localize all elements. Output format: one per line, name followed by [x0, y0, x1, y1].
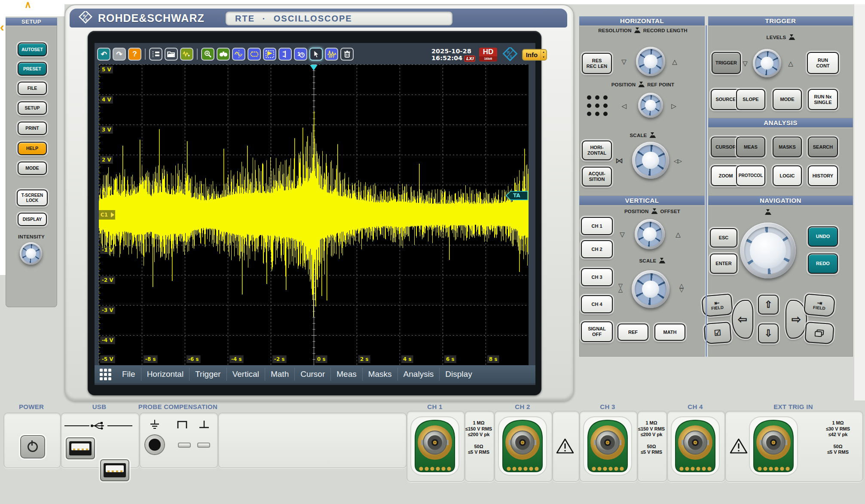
undo-button[interactable]: UNDO — [808, 226, 838, 247]
menu-item-trigger[interactable]: Trigger — [189, 368, 226, 381]
info-spinner[interactable]: ▲ ▼ — [541, 50, 546, 60]
history-button[interactable]: HISTORY — [808, 165, 838, 186]
horizontal-scale-knob[interactable] — [632, 142, 669, 179]
select-mode-icon[interactable] — [309, 48, 323, 61]
print-button[interactable]: PRINT — [18, 122, 47, 135]
fft-icon[interactable]: FFT — [325, 48, 338, 61]
search-button[interactable]: SEARCH — [808, 137, 838, 157]
protocol-button[interactable]: PROTOCOL — [736, 165, 765, 186]
masks-button[interactable]: MASKS — [773, 137, 802, 157]
ch4-button[interactable]: CH 4 — [581, 295, 613, 313]
info-button[interactable]: Info ▲ ▼ — [522, 49, 547, 61]
menu-item-analysis[interactable]: Analysis — [397, 368, 440, 381]
measure-icon[interactable] — [278, 48, 292, 61]
display-button[interactable]: DISPLAY — [18, 213, 47, 226]
masks-icon[interactable] — [248, 48, 261, 61]
fft-label: FFT — [329, 55, 334, 58]
menu-item-horizontal[interactable]: Horizontal — [141, 368, 190, 381]
math-button[interactable]: MATH — [654, 324, 685, 341]
menu-item-math[interactable]: Math — [265, 368, 294, 381]
redo-button[interactable]: REDO — [808, 254, 838, 274]
quick-meas-icon[interactable]: 1 — [294, 48, 307, 61]
menu-item-cursor[interactable]: Cursor — [294, 368, 330, 381]
esc-button[interactable]: ESC — [710, 228, 737, 247]
position-up-icon: △ — [674, 230, 682, 238]
trigger-mode-button[interactable]: MODE — [773, 89, 802, 110]
ch1-button[interactable]: CH 1 — [581, 217, 613, 235]
undo-icon[interactable]: ↶ — [97, 48, 110, 61]
spinner-up-icon[interactable]: ▲ — [542, 51, 545, 53]
usb-port-1 — [66, 437, 95, 459]
trigger-level-knob[interactable] — [753, 49, 781, 77]
redo-icon[interactable]: ↷ — [113, 48, 126, 61]
levels-label: LEVELS — [710, 34, 852, 40]
run-single-button[interactable]: RUN NxSINGLE — [808, 89, 838, 110]
vertical-panel-title: VERTICAL — [579, 196, 705, 205]
dialog-list-icon[interactable] — [149, 48, 162, 61]
position-refpoint-label: POSITIONREF POINT — [581, 82, 705, 87]
help-icon[interactable]: ? — [128, 48, 141, 61]
record-length-knob[interactable] — [636, 47, 665, 76]
vertical-position-knob[interactable] — [635, 219, 665, 249]
hd-bits-label: 16bit — [479, 56, 497, 61]
spinner-down-icon[interactable]: ▼ — [542, 56, 545, 58]
search-icon[interactable] — [217, 48, 230, 61]
menu-item-file[interactable]: File — [116, 368, 141, 381]
scroll-up-icon[interactable]: ∧ — [24, 0, 31, 9]
down-arrow-icon: ⇩ — [764, 328, 772, 339]
open-file-icon[interactable] — [165, 48, 178, 61]
decrease-icon: ▽ — [620, 58, 628, 65]
preset-button[interactable]: PRESET — [18, 62, 47, 76]
zone-trigger-icon[interactable] — [263, 48, 276, 61]
horizontal-menu-button[interactable]: HORI-ZONTAL — [582, 141, 612, 160]
logic-button[interactable]: LOGIC — [773, 165, 802, 186]
mode-button[interactable]: MODE — [18, 162, 47, 175]
signal-off-button[interactable]: SIGNALOFF — [581, 321, 613, 342]
tab-button[interactable] — [804, 322, 834, 344]
checkmark-button[interactable]: ☑ — [703, 322, 731, 344]
vertical-scale-label: SCALE — [602, 258, 703, 263]
vertical-scale-knob[interactable] — [632, 270, 669, 308]
time-text: 16:52:04 — [431, 55, 462, 61]
field-right-button[interactable]: ⇥ FIELD — [804, 293, 835, 317]
acquisition-button[interactable]: ACQUI-SITION — [582, 167, 612, 186]
slope-button[interactable]: SLOPE — [736, 89, 765, 110]
ref-button[interactable]: REF — [617, 324, 648, 341]
menu-item-vertical[interactable]: Vertical — [226, 368, 265, 381]
setup-label: SETUP — [24, 105, 40, 110]
autoset-button[interactable]: AUTOSET — [18, 43, 47, 56]
run-cont-button[interactable]: RUNCONT — [807, 52, 839, 74]
touchscreen-lock-button[interactable]: T-SCREEN LOCK — [17, 189, 48, 206]
meas-button[interactable]: MEAS — [736, 137, 765, 157]
intensity-knob-cap — [26, 248, 36, 259]
power-button[interactable] — [20, 435, 45, 458]
enter-button[interactable]: ENTER — [710, 254, 737, 274]
trigger-button[interactable]: TRIGGER — [712, 52, 741, 74]
delete-icon[interactable] — [340, 48, 354, 61]
setup-button[interactable]: SETUP — [18, 101, 47, 115]
navigation-knob[interactable] — [740, 223, 796, 278]
usb-icon — [64, 420, 133, 430]
svg-text:S: S — [85, 18, 88, 21]
intensity-knob[interactable] — [20, 242, 42, 265]
scope-graph[interactable] — [99, 64, 529, 365]
cursor-icon[interactable] — [232, 48, 245, 61]
menu-item-display[interactable]: Display — [439, 368, 477, 381]
file-button[interactable]: FILE — [18, 82, 47, 95]
zoom-icon[interactable] — [201, 48, 214, 61]
menu-item-masks[interactable]: Masks — [362, 368, 397, 381]
app-grid-icon[interactable] — [100, 369, 111, 380]
horizontal-position-knob[interactable] — [638, 93, 663, 118]
right-arrow-icon: ⇨ — [792, 313, 801, 326]
help-button[interactable]: HELP — [18, 142, 47, 155]
save-waveform-icon[interactable] — [180, 48, 193, 61]
hd-mode-badge[interactable]: HD 16bit — [479, 48, 497, 61]
nav-down-button[interactable]: ⇩ — [758, 324, 779, 343]
nav-up-button[interactable]: ⇧ — [758, 295, 779, 315]
ch3-button[interactable]: CH 3 — [581, 268, 613, 286]
undo-glyph: ↶ — [101, 50, 107, 59]
menu-item-meas[interactable]: Meas — [330, 368, 362, 381]
res-reclen-button[interactable]: RESREC LEN — [582, 53, 612, 74]
ch2-button[interactable]: CH 2 — [581, 240, 613, 258]
scroll-left-icon[interactable]: ‹ — [0, 21, 4, 34]
